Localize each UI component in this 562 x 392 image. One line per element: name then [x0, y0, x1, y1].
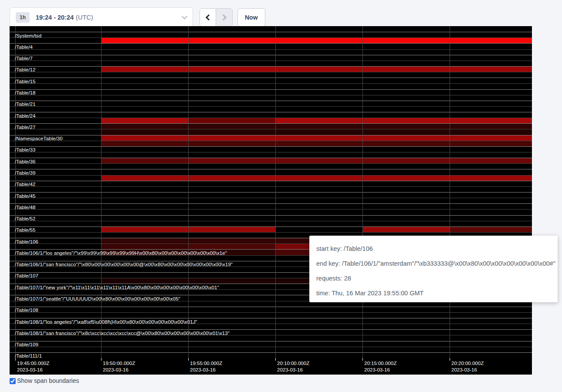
heatmap-band [101, 141, 188, 146]
heatmap-band [101, 158, 188, 163]
span-boundary-line [10, 307, 532, 307]
row-label: /Table/36 [15, 159, 36, 164]
heatmap-band [101, 129, 188, 135]
span-boundary-line [10, 312, 532, 313]
heatmap-band [450, 129, 532, 135]
chevron-right-icon [220, 14, 226, 20]
heatmap-band [188, 238, 275, 243]
heatmap-band [362, 135, 450, 141]
tooltip-requests: requests: 28 [316, 271, 551, 286]
span-boundary-line [10, 37, 532, 38]
row-label: /Table/45 [15, 193, 36, 199]
footer: Show span boundaries [10, 377, 79, 384]
row-label: /Table/108 [15, 308, 38, 313]
heatmap-band [101, 227, 188, 232]
heatmap-band [362, 67, 450, 72]
heatmap-band [188, 176, 275, 181]
heatmap-band [188, 227, 275, 232]
now-button[interactable]: Now [237, 8, 265, 27]
axis-label: 20:10:00.000Z2023-03-16 [277, 360, 309, 373]
time-gridline [188, 26, 189, 358]
span-boundary-line [10, 158, 532, 158]
span-boundary-line [10, 232, 532, 233]
next-time-button[interactable] [216, 9, 232, 26]
heatmap-band [101, 38, 188, 43]
time-nav-group [200, 8, 233, 27]
heatmap-band [275, 158, 362, 163]
heatmap-band [362, 129, 450, 135]
span-boundary-line [10, 146, 532, 147]
heatmap-band [101, 124, 188, 129]
span-boundary-line [10, 118, 532, 118]
row-label: /Table/24 [15, 113, 36, 118]
heatmap-band [188, 278, 275, 284]
axis-label: 20:15:00.000Z2023-03-16 [364, 360, 396, 373]
span-boundary-line [10, 152, 532, 152]
heatmap-band [362, 124, 450, 129]
row-label: /Table/107/1/"seattle"/"UUUUUUD\x00\x80\… [15, 296, 180, 301]
show-span-boundaries-checkbox[interactable] [10, 378, 16, 384]
axis-tick [275, 358, 276, 361]
span-boundary-line [10, 83, 532, 84]
span-boundary-line [10, 186, 532, 187]
span-boundary-line [10, 129, 532, 129]
span-boundary-line [10, 135, 532, 135]
chevron-left-icon [206, 14, 212, 20]
heatmap-band [101, 176, 188, 181]
heatmap-band [188, 135, 275, 141]
span-boundary-line [10, 221, 532, 221]
heatmap-band [275, 129, 362, 135]
key-visualizer-heatmap[interactable]: /System/tsd/Table/4/Table/7/Table/12/Tab… [10, 26, 532, 375]
span-boundary-line [10, 175, 532, 176]
heatmap-band [101, 135, 188, 141]
time-range-text: 19:24 - 20:24 [36, 14, 74, 21]
row-label: /Table/4 [15, 44, 33, 50]
row-label: /Table/42 [15, 182, 36, 187]
heatmap-band [450, 158, 532, 163]
time-range-select[interactable]: 1h 19:24 - 20:24 (UTC) [10, 7, 193, 27]
heatmap-plot[interactable]: /System/tsd/Table/4/Table/7/Table/12/Tab… [10, 26, 532, 358]
heatmap-band [362, 158, 450, 163]
span-boundary-line [10, 329, 532, 330]
row-label: /Table/18 [15, 90, 36, 95]
time-gridline [275, 26, 276, 358]
row-label: /Table/27 [15, 125, 36, 130]
span-boundary-line [10, 141, 532, 141]
row-label: /Table/55 [15, 227, 36, 233]
prev-time-button[interactable] [200, 9, 216, 26]
time-gridline [101, 26, 102, 358]
row-label: /Table/108/1/"san francisco"/"\x8c\xcc\x… [15, 331, 230, 336]
span-boundary-line [10, 203, 532, 204]
row-label: /Table/106 [15, 239, 38, 244]
span-boundary-line [10, 169, 532, 169]
heatmap-band [188, 141, 275, 146]
heatmap-band [101, 244, 188, 249]
tooltip-start-key: start key: /Table/106 [316, 241, 551, 256]
span-boundary-line [10, 209, 532, 210]
axis-label: 19:45:00.000Z2023-03-16 [17, 360, 49, 373]
span-boundary-line [10, 95, 532, 95]
span-boundary-line [10, 66, 532, 67]
axis-label: 20:20:00.000Z2023-03-16 [451, 360, 484, 373]
span-boundary-line [10, 61, 532, 61]
span-boundary-line [10, 318, 532, 318]
tooltip-time: time: Thu, 16 Mar 2023 19:55:00 GMT [316, 286, 551, 301]
heatmap-band [362, 227, 450, 232]
span-boundary-line [10, 89, 532, 90]
heatmap-band [275, 118, 362, 123]
heatmap-band [275, 135, 362, 141]
row-label: /Table/48 [15, 205, 36, 210]
tooltip-end-key: end key: /Table/106/1/"amsterdam"/"\xb33… [316, 256, 551, 271]
time-range-badge: 1h [16, 12, 30, 23]
span-boundary-line [10, 72, 532, 72]
heatmap-band [188, 244, 275, 249]
row-label: /Table/7 [15, 56, 33, 61]
heatmap-band [362, 118, 450, 123]
heatmap-band [450, 135, 532, 141]
time-gridline [450, 26, 450, 358]
heatmap-band [275, 124, 362, 129]
heatmap-band [362, 38, 450, 43]
heatmap-band [450, 67, 532, 72]
axis-tick [450, 358, 450, 361]
heatmap-band [275, 176, 362, 181]
